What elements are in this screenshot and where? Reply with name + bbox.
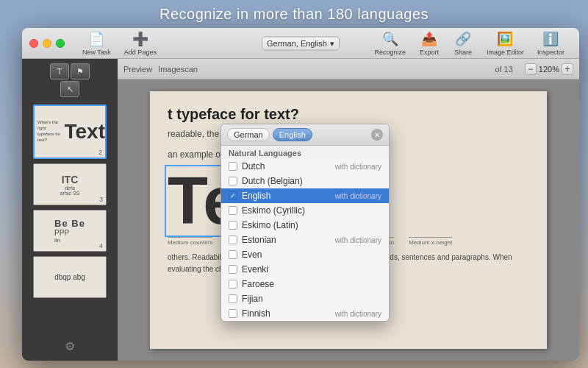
thumb-1-content: What's the right typeface for text? Text (35, 106, 105, 158)
language-dropdown: German English ✕ Natural Languages Dutch… (220, 124, 390, 322)
gear-icon[interactable]: ⚙ (62, 336, 78, 356)
dict-label: with dictionary (335, 310, 381, 318)
toolbar-buttons: 📄 New Task ➕ Add Pages (78, 29, 161, 58)
close-button[interactable] (29, 39, 38, 48)
share-icon: 🔗 (453, 31, 473, 47)
toolbar-right: 🔍 Recognize 📤 Export 🔗 Share 🖼️ Image Ed… (370, 29, 569, 58)
clear-button[interactable]: ✕ (371, 129, 383, 141)
app-window: 📄 New Task ➕ Add Pages Untitled German, … (22, 28, 579, 361)
dropdown-item-label: Fijian (242, 294, 263, 304)
dropdown-item[interactable]: Eskimo (Cyrillic) (221, 203, 389, 218)
doc-heading: t typeface for text? (168, 106, 529, 123)
zoom-plus-button[interactable]: + (562, 63, 573, 75)
dropdown-item[interactable]: ✓Englishwith dictionary (221, 188, 389, 203)
zoom-level: 120% (539, 65, 559, 74)
german-pill[interactable]: German (227, 128, 270, 141)
dropdown-item-label: Dutch (Belgian) (242, 176, 303, 186)
inspector-icon: ℹ️ (540, 31, 561, 47)
share-label: Share (454, 49, 472, 56)
image-editor-button[interactable]: 🖼️ Image Editor (482, 29, 528, 58)
app-body: T ⚑ ↖ What's the right typeface for text… (22, 59, 579, 361)
maximize-button[interactable] (56, 39, 65, 48)
thumb-2-content: ITC defa arfac SS (34, 164, 106, 205)
imagescan-label: Imagescan (158, 65, 198, 74)
new-task-label: New Task (82, 49, 111, 56)
dict-label: with dictionary (335, 192, 381, 200)
secondary-toolbar: Preview Imagescan of 13 − 120% + (118, 59, 579, 79)
dropdown-item[interactable]: Finnishwith dictionary (221, 306, 389, 321)
thumb-2-num: 3 (99, 196, 103, 203)
tool-flag[interactable]: ⚑ (71, 63, 90, 79)
recognize-label: Recognize (374, 49, 406, 56)
dropdown-section-header: Natural Languages (221, 146, 389, 159)
dropdown-checkbox (229, 236, 237, 244)
new-task-button[interactable]: 📄 New Task (78, 29, 115, 58)
dropdown-search-bar: German English ✕ (221, 124, 389, 146)
dropdown-checkbox (229, 265, 237, 274)
thumbnail-3[interactable]: Be Be PPP lin 4 (33, 210, 107, 252)
recognize-button[interactable]: 🔍 Recognize (370, 29, 410, 58)
dict-label: with dictionary (335, 163, 381, 171)
doc-view[interactable]: t typeface for text? readable, the opera… (118, 79, 579, 361)
thumbnail-1[interactable]: What's the right typeface for text? Text… (33, 105, 107, 159)
promo-title: Recognize in more than 180 languages (159, 6, 429, 23)
dropdown-item[interactable]: Estonianwith dictionary (221, 233, 389, 247)
dropdown-item-label: Eskimo (Latin) (242, 220, 298, 230)
english-pill[interactable]: English (273, 128, 312, 141)
add-pages-button[interactable]: ➕ Add Pages (120, 29, 161, 58)
page-info: of 13 (495, 65, 512, 74)
dropdown-item-label: Evenki (242, 264, 268, 275)
sidebar-tools: T ⚑ ↖ (25, 63, 115, 99)
thumb-1-num: 2 (98, 149, 102, 156)
minimize-button[interactable] (43, 39, 51, 48)
dropdown-item[interactable]: Evenki (221, 262, 389, 277)
language-selector[interactable]: German, English ▾ (262, 36, 340, 50)
dropdown-checkbox (229, 309, 237, 318)
thumbnail-4[interactable]: dbqp abg (33, 256, 107, 298)
add-pages-icon: ➕ (130, 31, 151, 47)
dropdown-item-label: Estonian (242, 235, 276, 245)
share-button[interactable]: 🔗 Share (448, 29, 478, 58)
tool-row-1: T ⚑ (25, 63, 115, 79)
dropdown-item[interactable]: Fijian (221, 291, 389, 306)
dropdown-item-label: Faroese (242, 279, 274, 289)
dropdown-checkbox (229, 221, 237, 230)
thumb-3-content: Be Be PPP lin (34, 210, 106, 251)
promo-banner: Recognize in more than 180 languages (0, 0, 588, 28)
annotation-1: Medium counters (168, 237, 212, 246)
dropdown-checkbox (229, 280, 237, 289)
tool-cursor[interactable]: ↖ (60, 81, 79, 97)
sidebar: T ⚑ ↖ What's the right typeface for text… (22, 59, 118, 361)
dropdown-checkbox (229, 206, 237, 215)
thumb-4-content: dbqp abg (34, 257, 106, 297)
tool-select[interactable]: T (50, 63, 69, 79)
thumbnail-2[interactable]: ITC defa arfac SS 3 (33, 163, 107, 205)
new-task-icon: 📄 (86, 31, 107, 47)
dropdown-item[interactable]: Dutchwith dictionary (221, 159, 389, 174)
thumb-3-num: 4 (99, 242, 103, 250)
dropdown-item[interactable]: Dutch (Belgian) (221, 174, 389, 188)
dropdown-list[interactable]: Dutchwith dictionaryDutch (Belgian)✓Engl… (221, 159, 389, 321)
recognize-icon: 🔍 (380, 31, 401, 47)
inspector-button[interactable]: ℹ️ Inspector (533, 29, 569, 58)
zoom-minus-button[interactable]: − (525, 63, 537, 75)
dropdown-checkbox: ✓ (229, 191, 237, 200)
dropdown-item[interactable]: Eskimo (Latin) (221, 218, 389, 233)
dropdown-item[interactable]: Even (221, 247, 389, 262)
dropdown-checkbox (229, 294, 237, 303)
dropdown-checkbox (229, 177, 237, 185)
dropdown-item-label: Eskimo (Cyrillic) (242, 205, 305, 216)
dropdown-checkbox (229, 250, 237, 259)
dict-label: with dictionary (335, 236, 381, 244)
export-button[interactable]: 📤 Export (415, 29, 444, 58)
export-icon: 📤 (419, 31, 440, 47)
image-editor-label: Image Editor (487, 49, 524, 56)
dropdown-item-label: Even (242, 250, 262, 260)
lang-selector-arrow: ▾ (330, 38, 334, 48)
tool-row-2: ↖ (25, 81, 115, 97)
lang-selector-value: German, English (267, 39, 327, 48)
dropdown-item[interactable]: Faroese (221, 277, 389, 291)
image-editor-icon: 🖼️ (495, 31, 515, 47)
inspector-label: Inspector (537, 49, 564, 56)
dropdown-item-label: Finnish (242, 308, 270, 319)
